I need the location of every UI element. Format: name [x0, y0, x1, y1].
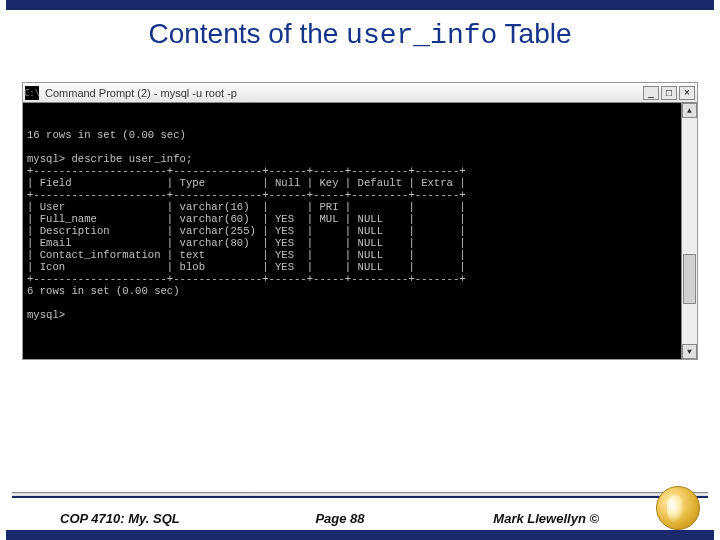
ucf-logo-icon [656, 486, 700, 530]
footer-center: Page 88 [247, 511, 434, 526]
maximize-button[interactable]: □ [661, 86, 677, 100]
cmd-icon: C:\ [25, 86, 39, 100]
command-prompt-titlebar: C:\ Command Prompt (2) - mysql -u root -… [23, 83, 697, 103]
cmd-window-title: Command Prompt (2) - mysql -u root -p [45, 87, 237, 99]
output-line: 6 rows in set (0.00 sec) [27, 285, 180, 297]
scrollbar[interactable]: ▲ ▼ [681, 103, 697, 359]
close-button[interactable]: × [679, 86, 695, 100]
footer-divider [12, 492, 708, 498]
footer-right: Mark Llewellyn © [433, 511, 680, 526]
minimize-button[interactable]: _ [643, 86, 659, 100]
output-line: mysql> describe user_info; [27, 153, 192, 165]
slide-footer: COP 4710: My. SQL Page 88 Mark Llewellyn… [0, 511, 720, 526]
title-mono: user_info [346, 20, 497, 51]
command-prompt-body: 16 rows in set (0.00 sec) mysql> describ… [23, 103, 697, 359]
title-prefix: Contents of the [148, 18, 346, 49]
scroll-down-button[interactable]: ▼ [682, 344, 697, 359]
footer-left: COP 4710: My. SQL [60, 511, 247, 526]
slide-bottom-border [6, 530, 714, 540]
output-line: mysql> [27, 309, 65, 321]
command-output: 16 rows in set (0.00 sec) mysql> describ… [27, 129, 677, 321]
slide-title: Contents of the user_info Table [0, 18, 720, 51]
output-line: +---------------------+--------------+--… [27, 189, 466, 201]
output-line: +---------------------+--------------+--… [27, 273, 466, 285]
output-line: | Contact_information | text | YES | | N… [27, 249, 466, 261]
output-line: | User | varchar(16) | | PRI | | | [27, 201, 466, 213]
scroll-track[interactable] [682, 118, 697, 344]
slide-top-border [6, 0, 714, 10]
output-line: | Icon | blob | YES | | NULL | | [27, 261, 466, 273]
output-line: 16 rows in set (0.00 sec) [27, 129, 186, 141]
output-line: +---------------------+--------------+--… [27, 165, 466, 177]
title-suffix: Table [497, 18, 571, 49]
output-line: | Full_name | varchar(60) | YES | MUL | … [27, 213, 466, 225]
output-line: | Email | varchar(80) | YES | | NULL | | [27, 237, 466, 249]
scroll-up-button[interactable]: ▲ [682, 103, 697, 118]
scroll-thumb[interactable] [683, 254, 696, 304]
output-line: | Field | Type | Null | Key | Default | … [27, 177, 466, 189]
command-prompt-window: C:\ Command Prompt (2) - mysql -u root -… [22, 82, 698, 360]
output-line: | Description | varchar(255) | YES | | N… [27, 225, 466, 237]
